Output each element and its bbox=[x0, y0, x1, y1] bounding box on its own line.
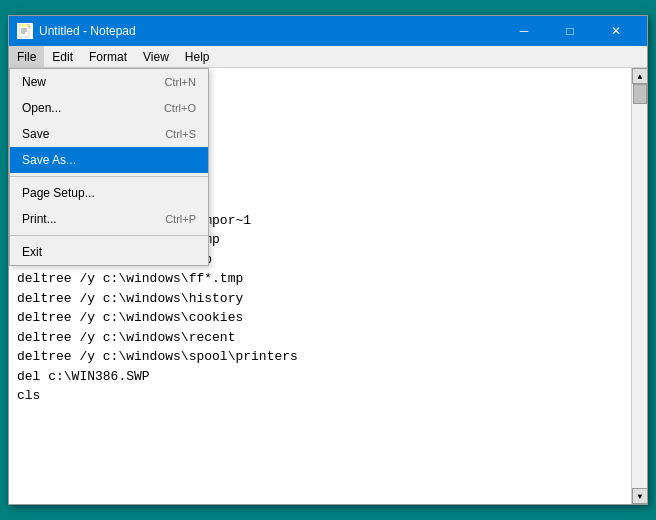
help-menu[interactable]: Help bbox=[177, 46, 218, 67]
menu-open[interactable]: Open... Ctrl+O bbox=[10, 95, 208, 121]
titlebar: Untitled - Notepad ─ □ ✕ bbox=[9, 16, 647, 46]
edit-menu-label: Edit bbox=[52, 50, 73, 64]
separator-2 bbox=[10, 235, 208, 236]
save-shortcut: Ctrl+S bbox=[165, 128, 196, 140]
menu-new[interactable]: New Ctrl+N bbox=[10, 69, 208, 95]
window-title: Untitled - Notepad bbox=[39, 24, 501, 38]
menubar: File New Ctrl+N Open... Ctrl+O Save Ctrl… bbox=[9, 46, 647, 68]
file-dropdown: New Ctrl+N Open... Ctrl+O Save Ctrl+S Sa… bbox=[9, 68, 209, 266]
scroll-down-button[interactable]: ▼ bbox=[632, 488, 647, 504]
window-controls: ─ □ ✕ bbox=[501, 16, 639, 46]
print-label: Print... bbox=[22, 212, 145, 226]
menu-save[interactable]: Save Ctrl+S bbox=[10, 121, 208, 147]
maximize-button[interactable]: □ bbox=[547, 16, 593, 46]
new-shortcut: Ctrl+N bbox=[165, 76, 196, 88]
format-menu-label: Format bbox=[89, 50, 127, 64]
file-menu-label: File bbox=[17, 50, 36, 64]
print-shortcut: Ctrl+P bbox=[165, 213, 196, 225]
exit-label: Exit bbox=[22, 245, 176, 259]
new-label: New bbox=[22, 75, 145, 89]
scroll-thumb[interactable] bbox=[633, 84, 647, 104]
open-shortcut: Ctrl+O bbox=[164, 102, 196, 114]
menu-exit[interactable]: Exit bbox=[10, 239, 208, 265]
close-button[interactable]: ✕ bbox=[593, 16, 639, 46]
page-setup-label: Page Setup... bbox=[22, 186, 176, 200]
edit-menu[interactable]: Edit bbox=[44, 46, 81, 67]
save-label: Save bbox=[22, 127, 145, 141]
separator-1 bbox=[10, 176, 208, 177]
menu-page-setup[interactable]: Page Setup... bbox=[10, 180, 208, 206]
notepad-window: Untitled - Notepad ─ □ ✕ File New Ctrl+N… bbox=[8, 15, 648, 505]
open-label: Open... bbox=[22, 101, 144, 115]
svg-rect-1 bbox=[21, 24, 27, 27]
menu-print[interactable]: Print... Ctrl+P bbox=[10, 206, 208, 232]
view-menu-label: View bbox=[143, 50, 169, 64]
view-menu[interactable]: View bbox=[135, 46, 177, 67]
menu-save-as[interactable]: Save As... bbox=[10, 147, 208, 173]
scroll-up-button[interactable]: ▲ bbox=[632, 68, 647, 84]
minimize-button[interactable]: ─ bbox=[501, 16, 547, 46]
help-menu-label: Help bbox=[185, 50, 210, 64]
app-icon bbox=[17, 23, 33, 39]
save-as-label: Save As... bbox=[22, 153, 176, 167]
format-menu[interactable]: Format bbox=[81, 46, 135, 67]
file-menu[interactable]: File New Ctrl+N Open... Ctrl+O Save Ctrl… bbox=[9, 46, 44, 67]
scrollbar-vertical[interactable]: ▲ ▼ bbox=[631, 68, 647, 504]
